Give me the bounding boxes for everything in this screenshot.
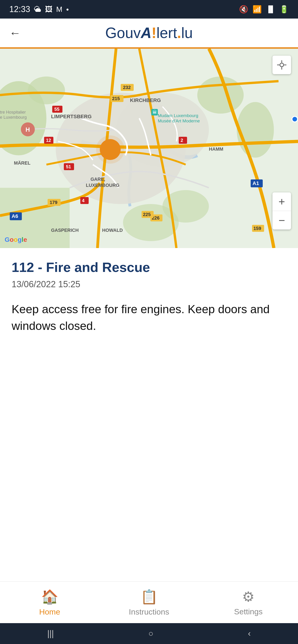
svg-text:LIMPERTSBERG: LIMPERTSBERG (51, 114, 92, 120)
logo-exclaim-text: ! (152, 24, 156, 42)
svg-text:A1: A1 (252, 180, 259, 186)
my-location-button[interactable] (272, 56, 291, 74)
mute-icon: 🔇 (239, 5, 248, 14)
image-icon: 🖼 (45, 5, 53, 14)
svg-point-2 (28, 76, 65, 104)
svg-point-3 (197, 76, 244, 114)
svg-text:2: 2 (181, 138, 183, 143)
logo-lert-text: lert (156, 24, 177, 42)
map-view[interactable]: KIRCHBERG LIMPERTSBERG HAMM MÄREL GARE, … (0, 49, 298, 248)
svg-point-4 (237, 102, 274, 158)
home-button[interactable]: ○ (148, 629, 153, 638)
dot-icon: ● (66, 7, 69, 12)
back-nav-button[interactable]: ‹ (248, 629, 251, 638)
nav-item-instructions[interactable]: 📋 Instructions (99, 588, 199, 616)
svg-text:55: 55 (54, 107, 59, 112)
home-nav-label: Home (39, 607, 60, 616)
settings-icon: ⚙ (242, 588, 255, 605)
alert-content: 112 - Fire and Rescue 13/06/2022 15:25 K… (0, 248, 298, 334)
svg-text:232: 232 (123, 85, 131, 90)
svg-text:215: 215 (112, 96, 120, 101)
nav-item-home[interactable]: 🏠 Home (0, 588, 99, 616)
bottom-navigation: 🏠 Home 📋 Instructions ⚙ Settings (0, 582, 298, 623)
user-location-dot (291, 116, 298, 122)
svg-text:🏛: 🏛 (152, 110, 157, 115)
zoom-in-button[interactable]: + (272, 192, 291, 211)
svg-text:GASPERICH: GASPERICH (51, 228, 79, 233)
alert-datetime: 13/06/2022 15:25 (12, 279, 286, 289)
svg-text:e Luxembourg: e Luxembourg (0, 115, 27, 120)
email-icon: M (56, 5, 63, 14)
logo-dot-text: . (177, 24, 181, 42)
svg-text:KIRCHBERG: KIRCHBERG (130, 97, 161, 103)
battery-icon: 🔋 (279, 5, 289, 14)
svg-point-9 (116, 93, 209, 167)
recent-apps-button[interactable]: ||| (47, 629, 54, 638)
svg-text:51: 51 (66, 164, 71, 169)
status-bar: 12:33 🌥 🖼 M ● 🔇 📶 ▐▌ 🔋 (0, 0, 298, 18)
svg-point-52 (280, 63, 283, 67)
alert-message: Keep access free for fire engines. Keep … (12, 301, 286, 334)
app-header: ← Gouv A ! lert . lu (0, 18, 298, 49)
signal-icon: ▐▌ (266, 6, 275, 13)
back-button[interactable]: ← (9, 26, 21, 40)
svg-text:Mudam Luxembourg: Mudam Luxembourg (158, 113, 198, 118)
nav-item-settings[interactable]: ⚙ Settings (199, 588, 298, 616)
incident-marker (100, 139, 121, 160)
map-zoom-controls: + − (272, 192, 291, 230)
svg-text:159: 159 (253, 226, 261, 231)
svg-text:HOWALD: HOWALD (102, 228, 123, 233)
settings-nav-label: Settings (234, 607, 263, 616)
android-nav-bar: ||| ○ ‹ (0, 623, 298, 644)
svg-text:HAMM: HAMM (209, 146, 223, 152)
logo-lu-text: lu (181, 24, 193, 42)
instructions-nav-label: Instructions (129, 607, 169, 616)
svg-text:12: 12 (46, 138, 51, 143)
svg-text:A6: A6 (12, 213, 18, 219)
svg-text:MÄREL: MÄREL (14, 160, 31, 166)
svg-text:225: 225 (143, 212, 151, 217)
notification-icon: 🌥 (34, 5, 41, 14)
svg-text:Musée d'Art Moderne: Musée d'Art Moderne (158, 118, 200, 123)
status-time: 12:33 (9, 4, 30, 14)
svg-text:179: 179 (50, 200, 57, 205)
svg-text:GARE,: GARE, (91, 177, 105, 182)
zoom-out-button[interactable]: − (272, 211, 291, 230)
instructions-icon: 📋 (140, 588, 158, 605)
logo-gouv-text: Gouv (105, 24, 141, 42)
alert-title: 112 - Fire and Rescue (12, 260, 286, 275)
svg-text:4: 4 (82, 198, 85, 203)
google-logo: Google (5, 236, 27, 244)
map-svg: KIRCHBERG LIMPERTSBERG HAMM MÄREL GARE, … (0, 49, 298, 248)
home-icon: 🏠 (41, 588, 59, 605)
svg-text:LUXEMBOURG: LUXEMBOURG (86, 183, 119, 188)
svg-text:tre Hospitalier: tre Hospitalier (0, 110, 26, 114)
app-logo: Gouv A ! lert . lu (105, 24, 193, 42)
logo-a-text: A (141, 24, 151, 42)
wifi-icon: 📶 (252, 5, 262, 14)
svg-text:H: H (26, 126, 30, 133)
